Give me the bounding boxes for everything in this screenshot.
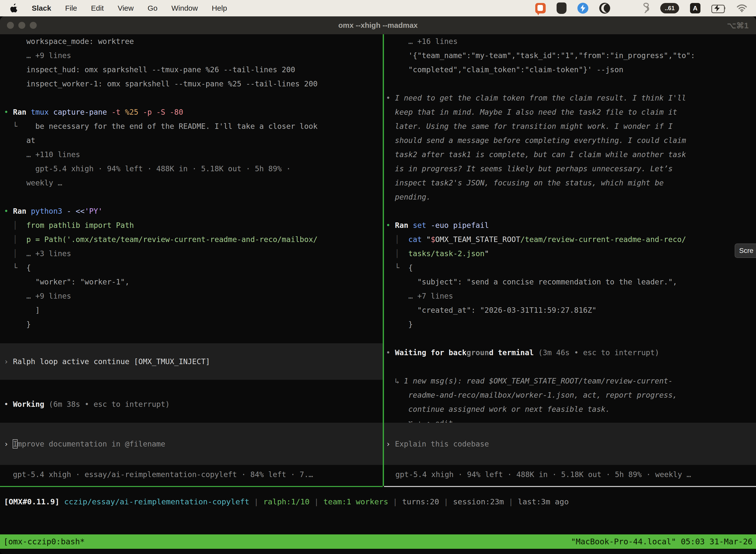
- shield-grid-icon[interactable]: [557, 2, 567, 14]
- right-prompt-input[interactable]: › Explain this codebase: [384, 423, 756, 465]
- terminal-line: "subject": "send a concise recommendatio…: [386, 275, 756, 289]
- ralph-loop-text: › Ralph loop active continue [OMX_TMUX_I…: [0, 354, 210, 369]
- menu-app-name[interactable]: Slack: [32, 4, 51, 12]
- menu-view[interactable]: View: [118, 4, 133, 12]
- terminal-line: • Ran python3 - <<'PY': [4, 204, 383, 218]
- left-prompt-input[interactable]: › Improve documentation in @filename: [0, 423, 383, 465]
- right-pane-transcript: … +16 lines '{"team_name":"my-team","tas…: [384, 34, 756, 430]
- terminal-line: keep that in mind. Maybe I also need the…: [386, 105, 756, 119]
- menu-help[interactable]: Help: [212, 4, 227, 12]
- terminal-line: [386, 204, 756, 218]
- terminal-line: '{"team_name":"my-team","task_id":"1","f…: [386, 48, 756, 63]
- terminal-line: later. Using the same for transition mig…: [386, 119, 756, 133]
- traffic-lights: [7, 22, 37, 29]
- terminal-line: gpt-5.4 xhigh · 94% left · 488K in · 5.1…: [4, 162, 383, 176]
- left-prompt-line: › Improve documentation in @filename: [0, 437, 165, 451]
- macos-menu-bar: Slack File Edit View Go Window Help ..61…: [0, 0, 756, 16]
- window-shortcut-badge: ⌥⌘1: [727, 21, 749, 30]
- right-input-placeholder: Explain this codebase: [395, 440, 489, 448]
- keyboard-layout-badge[interactable]: A: [690, 3, 700, 13]
- left-model-status-line: gpt-5.4 xhigh · essay/ai-reimplementatio…: [13, 467, 313, 482]
- terminal-line: inspect_worker-1: omx sparkshell --tmux-…: [4, 77, 383, 91]
- window-titlebar[interactable]: omx --xhigh --madmax ⌥⌘1: [0, 16, 756, 34]
- apple-logo-icon[interactable]: [10, 3, 18, 13]
- right-agent-pane[interactable]: … +16 lines '{"team_name":"my-team","tas…: [384, 34, 756, 486]
- screen-share-tooltip[interactable]: Scre: [735, 243, 756, 258]
- terminal-line: [386, 359, 756, 374]
- terminal-line: is in progress? It seems likely but perh…: [386, 162, 756, 176]
- count-badge[interactable]: ..61: [660, 3, 679, 13]
- left-pane-transcript: workspace_mode: worktree … +9 lines insp…: [0, 34, 383, 331]
- left-agent-pane[interactable]: workspace_mode: worktree … +9 lines insp…: [0, 34, 383, 486]
- terminal-line: │ tasks/task-2.json": [386, 246, 756, 261]
- terminal-line: task2 after task1 is complete, but can I…: [386, 148, 756, 162]
- terminal-line: └ {: [386, 261, 756, 275]
- terminal-line: ]: [4, 303, 383, 317]
- terminal-line: │ cat "$OMX_TEAM_STATE_ROOT/team/review-…: [386, 232, 756, 246]
- terminal-line: [4, 91, 383, 105]
- menu-status-icons: ..61 A: [535, 2, 756, 14]
- wifi-icon[interactable]: [737, 3, 747, 14]
- bolt-circle-icon[interactable]: [577, 3, 588, 14]
- terminal-line: └ {: [4, 261, 383, 275]
- terminal-line: … +16 lines: [386, 34, 756, 48]
- terminal-line: pending.: [386, 190, 756, 204]
- terminal-line: inspect task2's JSON, focusing on the st…: [386, 176, 756, 190]
- zoom-button[interactable]: [30, 22, 37, 29]
- tmux-status-bar[interactable]: [omx-cczip0:bash* "MacBook-Pro-44.local"…: [0, 535, 756, 549]
- terminal-line: • Ran tmux capture-pane -t %25 -p -S -80: [4, 105, 383, 119]
- terminal-line: "worker": "worker-1",: [4, 275, 383, 289]
- tmux-session-label: [omx-cczip0:bash*: [3, 537, 85, 546]
- terminal-line: │ p = Path('.omx/state/team/review-curre…: [4, 232, 383, 246]
- terminal-line: at: [4, 133, 383, 148]
- terminal-line: ↳ 1 new msg(s): read $OMX_TEAM_STATE_ROO…: [386, 374, 756, 388]
- right-model-status-line: gpt-5.4 xhigh · 94% left · 488K in · 5.1…: [395, 467, 691, 482]
- menu-items: Slack File Edit View Go Window Help: [0, 3, 227, 13]
- terminal-line: readme-and-reco/mailbox/worker-1.json, a…: [386, 388, 756, 402]
- terminal-line: • Ran set -euo pipefail: [386, 218, 756, 232]
- left-pane-bottom-border: [0, 486, 383, 487]
- terminal-line: weekly …: [4, 176, 383, 190]
- chat-app-icon[interactable]: [535, 3, 546, 13]
- terminal-line: should send a message before completing …: [386, 133, 756, 148]
- ralph-loop-banner: › Ralph loop active continue [OMX_TMUX_I…: [0, 343, 383, 380]
- text-cursor: I: [13, 440, 17, 448]
- prompt-chevron: ›: [386, 440, 395, 448]
- terminal-line: }: [4, 317, 383, 331]
- chat-app-icon-inner: [538, 5, 543, 11]
- chat-app-icon-tail: [537, 12, 540, 15]
- crescent-icon[interactable]: [599, 3, 610, 14]
- terminal-line: "created_at": "2026-03-31T11:59:27.816Z": [386, 303, 756, 317]
- omx-session-status-bar: [OMX#0.11.9] cczip/essay/ai-reimplementa…: [4, 495, 569, 509]
- prompt-chevron: ›: [4, 440, 13, 448]
- menu-go[interactable]: Go: [147, 4, 158, 12]
- battery-nub: [724, 7, 725, 9]
- terminal-window: omx --xhigh --madmax ⌥⌘1 workspace_mode:…: [0, 16, 756, 554]
- minimize-button[interactable]: [18, 22, 25, 29]
- terminal-line: … +9 lines: [4, 289, 383, 303]
- menu-window[interactable]: Window: [171, 4, 198, 12]
- terminal-line: workspace_mode: worktree: [4, 34, 383, 48]
- terminal-line: [386, 331, 756, 345]
- menu-file[interactable]: File: [65, 4, 77, 12]
- battery-charging-icon[interactable]: [711, 5, 726, 12]
- terminal-line: • Waiting for background terminal (3m 46…: [386, 345, 756, 359]
- terminal-line: … +110 lines: [4, 148, 383, 162]
- terminal-line: • I need to get the claim token from the…: [386, 91, 756, 105]
- squiggle-icon[interactable]: [642, 3, 649, 14]
- tmux-host-clock: "MacBook-Pro-44.local" 05:03 31-Mar-26: [571, 537, 753, 546]
- terminal-line: │ from pathlib import Path: [4, 218, 383, 232]
- terminal-line: … +7 lines: [386, 289, 756, 303]
- dot-grid-icon[interactable]: [621, 3, 631, 14]
- crescent-shape: [604, 4, 610, 13]
- left-input-placeholder: mprove documentation in @filename: [17, 440, 165, 448]
- terminal-line: }: [386, 317, 756, 331]
- terminal-line: … +9 lines: [4, 48, 383, 63]
- window-title: omx --xhigh --madmax: [338, 21, 418, 30]
- terminal-line: continue assigned work or next feasible …: [386, 402, 756, 416]
- terminal-line: [4, 190, 383, 204]
- terminal-line: └ be necessary for the end of the README…: [4, 119, 383, 133]
- terminal-line: "completed","claim_token":"claim-token"}…: [386, 63, 756, 77]
- menu-edit[interactable]: Edit: [91, 4, 104, 12]
- close-button[interactable]: [7, 22, 14, 29]
